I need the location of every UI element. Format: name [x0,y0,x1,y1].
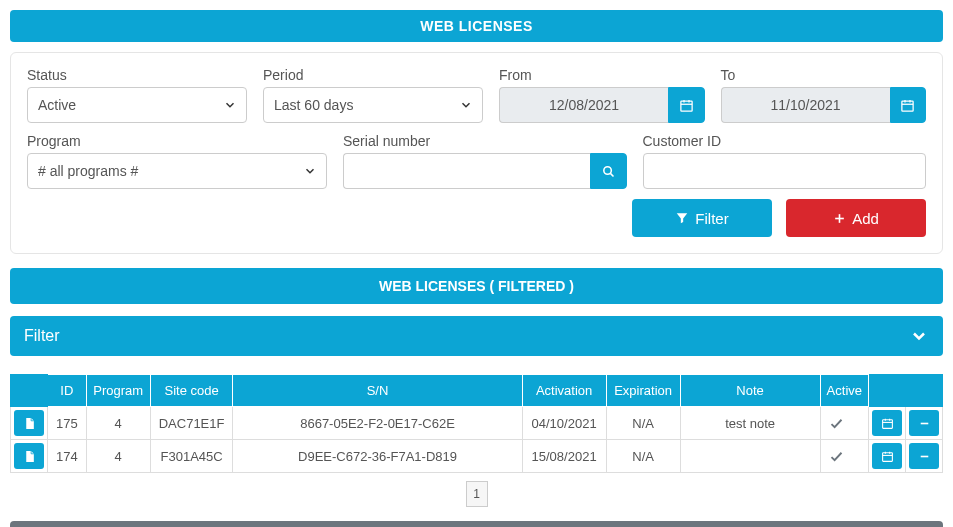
calendar-icon [900,98,915,113]
chevron-down-icon [909,326,929,346]
status-label: Status [27,67,247,83]
row-delete-button[interactable] [909,443,939,469]
to-date-picker-button[interactable] [890,87,926,123]
page-header: WEB LICENSES [10,10,943,42]
cell-program: 4 [86,440,150,473]
serial-label: Serial number [343,133,627,149]
svg-line-9 [610,173,613,176]
program-select[interactable]: # all programs # [27,153,327,189]
cell-note [680,440,820,473]
filter-icon [675,211,689,225]
col-sitecode: Site code [150,375,233,407]
cell-activation: 15/08/2021 [522,440,606,473]
pager: 1 [10,481,943,507]
program-label: Program [27,133,327,149]
cell-expiration: N/A [606,440,680,473]
cell-expiration: N/A [606,407,680,440]
col-active: Active [820,375,868,407]
search-icon [601,164,616,179]
view-row-button[interactable] [14,410,44,436]
serial-search-button[interactable] [590,153,626,189]
row-delete-button[interactable] [909,410,939,436]
cell-active [820,407,868,440]
col-program: Program [86,375,150,407]
filtered-section-header: WEB LICENSES ( FILTERED ) [10,268,943,304]
cell-sitecode: F301A45C [150,440,233,473]
page-title: WEB LICENSES [420,18,533,34]
check-icon [829,416,860,431]
document-icon [23,416,36,431]
from-date-picker-button[interactable] [668,87,704,123]
filter-toggle-label: Filter [24,327,60,345]
svg-rect-0 [681,101,692,111]
col-sn: S/N [233,375,522,407]
cell-sn: 8667-05E2-F2-0E17-C62E [233,407,522,440]
customer-label: Customer ID [643,133,927,149]
filter-button[interactable]: Filter [632,199,772,237]
filter-toggle-bar[interactable]: Filter [10,316,943,356]
col-delete [906,375,943,407]
minus-icon [918,417,931,430]
svg-rect-12 [882,419,892,428]
minus-icon [918,450,931,463]
calendar-icon [679,98,694,113]
col-activation: Activation [522,375,606,407]
calendar-icon [881,450,894,463]
serial-input[interactable] [343,153,590,189]
filtered-section-title: WEB LICENSES ( FILTERED ) [379,278,574,294]
calendar-icon [881,417,894,430]
col-date [869,375,906,407]
page-button[interactable]: 1 [466,481,488,507]
cell-id: 174 [48,440,87,473]
svg-point-8 [604,166,612,174]
table-row: 1744F301A45CD9EE-C672-36-F7A1-D81915/08/… [11,440,943,473]
to-label: To [721,67,927,83]
svg-rect-17 [882,452,892,461]
status-select[interactable]: Active [27,87,247,123]
cell-note: test note [680,407,820,440]
from-date-input[interactable] [499,87,668,123]
row-date-button[interactable] [872,410,902,436]
col-id: ID [48,375,87,407]
cell-sitecode: DAC71E1F [150,407,233,440]
col-view [11,375,48,407]
view-row-button[interactable] [14,443,44,469]
from-label: From [499,67,705,83]
add-button[interactable]: Add [786,199,926,237]
licenses-table: ID Program Site code S/N Activation Expi… [10,374,943,473]
add-button-label: Add [852,210,879,227]
cell-active [820,440,868,473]
cell-id: 175 [48,407,87,440]
cell-activation: 04/10/2021 [522,407,606,440]
total-bar: TOTAL NUMBER OF WEB LICENSES FOUND: 2 [10,521,943,527]
period-select[interactable]: Last 60 days [263,87,483,123]
document-icon [23,449,36,464]
row-date-button[interactable] [872,443,902,469]
filter-button-label: Filter [695,210,728,227]
col-expiration: Expiration [606,375,680,407]
to-date-input[interactable] [721,87,890,123]
cell-sn: D9EE-C672-36-F7A1-D819 [233,440,522,473]
plus-icon [833,212,846,225]
period-label: Period [263,67,483,83]
table-row: 1754DAC71E1F8667-05E2-F2-0E17-C62E04/10/… [11,407,943,440]
filter-card: Status Active Period Last 60 days [10,52,943,254]
customer-input[interactable] [643,153,927,189]
cell-program: 4 [86,407,150,440]
check-icon [829,449,860,464]
col-note: Note [680,375,820,407]
svg-rect-4 [902,101,913,111]
